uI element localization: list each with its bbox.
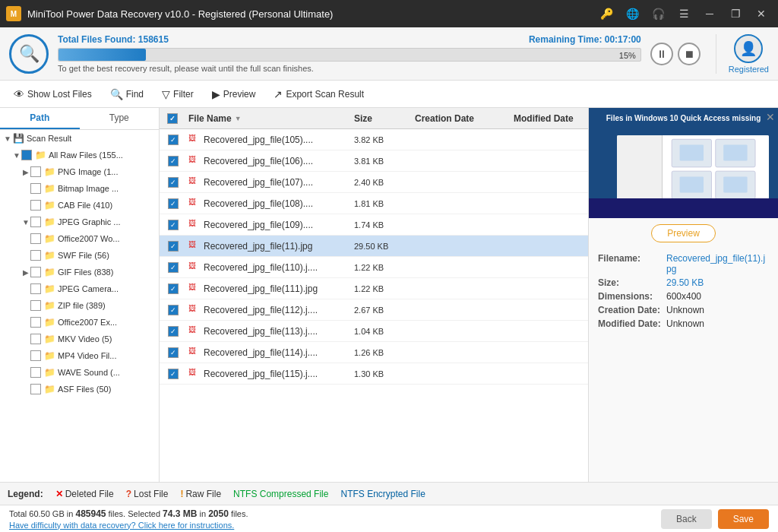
tree-item-mp4[interactable]: 📁 MP4 Video Fil... — [0, 347, 159, 364]
jpg-file-icon: 🖼 — [188, 240, 201, 252]
show-lost-files-button[interactable]: 👁 Show Lost Files — [6, 85, 100, 103]
row-size: 29.50 KB — [349, 242, 410, 251]
svg-rect-7 — [723, 177, 747, 193]
table-row[interactable]: ✓ 🖼 Recovered_jpg_file(11).jpg 29.50 KB — [160, 236, 588, 257]
row-checkbox[interactable]: ✓ — [168, 369, 179, 379]
tree-checkbox[interactable] — [30, 217, 41, 227]
export-button[interactable]: ↗ Export Scan Result — [266, 85, 372, 103]
table-row[interactable]: ✓ 🖼 Recovered_jpg_file(106).... 3.81 KB — [160, 150, 588, 172]
preview-action-button[interactable]: Preview — [651, 224, 716, 242]
tree-item-scan-result[interactable]: ▼ 💾 Scan Result — [0, 130, 159, 147]
row-size: 2.67 KB — [349, 306, 410, 315]
tree-item-png[interactable]: ▶ 📁 PNG Image (1... — [0, 163, 159, 180]
table-row[interactable]: ✓ 🖼 Recovered_jpg_file(110).j.... 1.22 K… — [160, 257, 588, 278]
header-filename[interactable]: File Name ▼ — [184, 113, 349, 124]
footer-stats: Total 60.50 GB in 485945 files. Selected… — [9, 508, 248, 519]
pause-button[interactable]: ⏸ — [650, 43, 673, 65]
row-checkbox[interactable]: ✓ — [168, 220, 179, 230]
row-checkbox-cell: ✓ — [163, 347, 184, 358]
info-dimensions-row: Dimensions: 600x400 — [598, 291, 769, 302]
select-all-checkbox[interactable]: ✓ — [167, 113, 178, 124]
row-checkbox[interactable]: ✓ — [168, 156, 179, 166]
row-checkbox[interactable]: ✓ — [168, 283, 179, 294]
row-checkbox[interactable]: ✓ — [168, 135, 179, 145]
tree-checkbox[interactable] — [30, 183, 41, 194]
jpg-file-icon: 🖼 — [188, 368, 201, 380]
tree-checkbox[interactable] — [30, 367, 41, 378]
tree-checkbox[interactable] — [21, 150, 32, 160]
close-panel-icon[interactable]: ✕ — [766, 111, 775, 123]
tree-checkbox[interactable] — [30, 334, 41, 344]
filter-button[interactable]: ▽ Filter — [154, 85, 201, 103]
tree-checkbox[interactable] — [30, 317, 41, 328]
row-checkbox[interactable]: ✓ — [168, 241, 179, 252]
row-checkbox[interactable]: ✓ — [168, 305, 179, 315]
tree-item-office2007-ex[interactable]: 📁 Office2007 Ex... — [0, 314, 159, 331]
tree-checkbox[interactable] — [30, 250, 41, 261]
tree-checkbox[interactable] — [30, 384, 41, 394]
table-row[interactable]: ✓ 🖼 Recovered_jpg_file(114).j.... 1.26 K… — [160, 342, 588, 363]
row-checkbox[interactable]: ✓ — [168, 262, 179, 273]
table-row[interactable]: ✓ 🖼 Recovered_jpg_file(107).... 2.40 KB — [160, 172, 588, 193]
close-icon[interactable]: ✕ — [751, 3, 772, 24]
globe-icon[interactable]: 🌐 — [621, 3, 643, 24]
tree-checkbox[interactable] — [30, 350, 41, 361]
row-checkbox-cell: ✓ — [163, 369, 184, 379]
stop-button[interactable]: ⏹ — [678, 43, 701, 65]
folder-icon: 📁 — [34, 149, 46, 161]
tree-checkbox[interactable] — [30, 267, 41, 277]
row-checkbox[interactable]: ✓ — [168, 198, 179, 209]
tree-item-zip[interactable]: 📁 ZIP file (389) — [0, 297, 159, 314]
tree-item-swf[interactable]: 📁 SWF File (56) — [0, 247, 159, 264]
tree-checkbox[interactable] — [30, 283, 41, 294]
table-row[interactable]: ✓ 🖼 Recovered_jpg_file(105).... 3.82 KB — [160, 129, 588, 150]
headset-icon[interactable]: 🎧 — [647, 3, 669, 24]
tree-checkbox[interactable] — [30, 300, 41, 311]
tree-item-all-raw[interactable]: ▼ 📁 All Raw Files (155... — [0, 147, 159, 163]
row-size: 1.26 KB — [349, 348, 410, 357]
row-filename: 🖼 Recovered_jpg_file(111).jpg — [184, 283, 349, 295]
header-creation-date[interactable]: Creation Date — [410, 113, 509, 124]
row-checkbox[interactable]: ✓ — [168, 326, 179, 337]
tree-item-gif[interactable]: ▶ 📁 GIF Files (838) — [0, 264, 159, 280]
tree-item-cab[interactable]: 📁 CAB File (410) — [0, 197, 159, 214]
tree-item-bitmap[interactable]: 📁 Bitmap Image ... — [0, 180, 159, 197]
tree-item-wave[interactable]: 📁 WAVE Sound (... — [0, 364, 159, 381]
tree-item-jpeg-camera[interactable]: 📁 JPEG Camera... — [0, 280, 159, 297]
tree-checkbox[interactable] — [30, 166, 41, 177]
legend-deleted: ✕ Deleted File — [55, 489, 114, 499]
header-size[interactable]: Size — [349, 113, 410, 124]
tree-checkbox[interactable] — [30, 233, 41, 244]
row-checkbox-cell: ✓ — [163, 156, 184, 166]
row-filename: 🖼 Recovered_jpg_file(112).j.... — [184, 304, 349, 316]
help-link[interactable]: Have difficulty with data recovery? Clic… — [9, 521, 248, 530]
tree-item-office2007-wo[interactable]: 📁 Office2007 Wo... — [0, 230, 159, 247]
menu-icon[interactable]: ☰ — [673, 3, 694, 24]
folder-icon: 📁 — [43, 249, 55, 261]
back-button[interactable]: Back — [661, 509, 712, 529]
table-row[interactable]: ✓ 🖼 Recovered_jpg_file(112).j.... 2.67 K… — [160, 299, 588, 321]
row-checkbox-cell: ✓ — [163, 241, 184, 252]
save-button[interactable]: Save — [718, 509, 769, 529]
table-row[interactable]: ✓ 🖼 Recovered_jpg_file(111).jpg 1.22 KB — [160, 278, 588, 299]
key-icon[interactable]: 🔑 — [596, 3, 617, 24]
table-row[interactable]: ✓ 🖼 Recovered_jpg_file(115).j.... 1.30 K… — [160, 363, 588, 385]
tab-path[interactable]: Path — [0, 108, 80, 129]
tree-item-mkv[interactable]: 📁 MKV Video (5) — [0, 331, 159, 347]
minimize-icon[interactable]: ─ — [699, 3, 720, 24]
row-checkbox[interactable]: ✓ — [168, 347, 179, 358]
folder-icon: 📁 — [43, 383, 55, 395]
row-checkbox[interactable]: ✓ — [168, 177, 179, 188]
tree-checkbox[interactable] — [30, 200, 41, 211]
jpg-file-icon: 🖼 — [188, 261, 201, 274]
table-row[interactable]: ✓ 🖼 Recovered_jpg_file(108).... 1.81 KB — [160, 193, 588, 214]
tree-item-jpeg-graphic[interactable]: ▼ 📁 JPEG Graphic ... — [0, 214, 159, 230]
tree-item-asf[interactable]: 📁 ASF Files (50) — [0, 381, 159, 397]
find-button[interactable]: 🔍 Find — [103, 85, 151, 103]
tab-type[interactable]: Type — [80, 108, 160, 129]
header-modified-date[interactable]: Modified Date — [509, 113, 585, 124]
preview-button[interactable]: ▶ Preview — [204, 85, 264, 103]
table-row[interactable]: ✓ 🖼 Recovered_jpg_file(109).... 1.74 KB — [160, 214, 588, 236]
restore-icon[interactable]: ❐ — [725, 3, 746, 24]
table-row[interactable]: ✓ 🖼 Recovered_jpg_file(113).j.... 1.04 K… — [160, 321, 588, 342]
